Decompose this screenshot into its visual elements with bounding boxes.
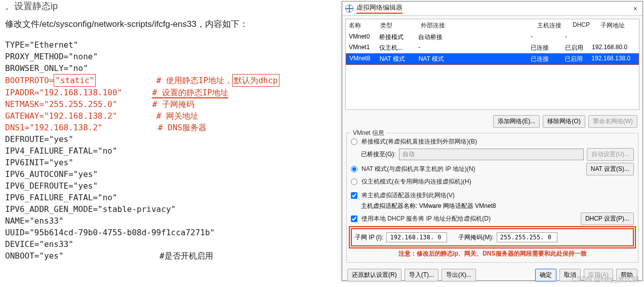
heading: 。设置静态ip	[5, 0, 334, 12]
radio-hostonly[interactable]: 仅主机模式(在专用网络内连接虚拟机)(H)	[351, 176, 634, 187]
network-buttons: 添加网络(E)... 移除网络(O) 重命名网络(W)	[342, 113, 642, 132]
code-line: IPV6_ADDR_GEN_MODE="stable-privacy"	[5, 203, 334, 215]
restore-defaults-button[interactable]: 还原默认设置(R)	[347, 269, 401, 281]
subnet-mask-input[interactable]	[497, 232, 557, 242]
table-row[interactable]: VMnet1 仅主机... - 已连接 已启用 192.168.80.0	[346, 43, 639, 53]
check-host-adapter[interactable]: 将主机虚拟适配器连接到此网络(V)	[351, 190, 634, 201]
bridge-to-select[interactable]: 自动	[399, 149, 584, 160]
code-line: IPV6INIT="yes"	[5, 157, 334, 168]
doc-pane: 。设置静态ip 修改文件/etc/sysconfig/network-scrip…	[5, 0, 334, 262]
col-sub: 子网地址	[600, 21, 639, 30]
subnet-highlight: 子网 IP (I): 子网掩码(M):	[351, 228, 634, 246]
nat-settings-button[interactable]: NAT 设置(S)...	[586, 163, 634, 175]
close-icon[interactable]: ×	[631, 4, 639, 14]
dhcp-settings-button[interactable]: DHCP 设置(P)...	[581, 212, 634, 225]
code-line: NETMASK="255.255.255.0" # 子网掩码	[5, 98, 334, 110]
config-code: TYPE="Ethernet" PROXY_METHOD="none" BROW…	[5, 39, 334, 262]
rename-network-button[interactable]: 重命名网络(W)	[588, 115, 637, 128]
vmnet-info-group: VMnet 信息 桥接模式(将虚拟机直接连接到外部网络)(B) 已桥接至(G):…	[346, 133, 638, 263]
dialog-title: 虚拟网络编辑器	[356, 3, 402, 14]
table-row[interactable]: VMnet0 桥接模式 自动桥接 - -	[346, 32, 639, 43]
titlebar: 虚拟网络编辑器 ×	[342, 2, 642, 16]
code-line: NAME="ens33"	[5, 215, 334, 227]
code-line: BOOTPROTO="static" # 使用静态IP地址，默认为dhcp	[5, 74, 334, 87]
col-ext: 外部连接	[421, 21, 537, 30]
watermark: CSDN @Hey_米氏胡	[572, 275, 639, 284]
virtual-network-editor-dialog: 虚拟网络编辑器 × 名称 类型 外部连接 主机连接 DHCP 子网地址 VMne…	[342, 1, 643, 281]
code-line: GATEWAY="192.168.138.2" # 网关地址	[5, 110, 334, 122]
check-dhcp[interactable]: 使用本地 DHCP 服务将 IP 地址分配给虚拟机(D) DHCP 设置(P).…	[351, 211, 634, 226]
table-row-selected[interactable]: VMnet8 NAT 模式 NAT 模式 已连接 已启用 192.168.138…	[346, 53, 639, 65]
code-line: ONBOOT="yes" #是否开机启用	[5, 250, 334, 262]
note-text: 注意：修改后的静态ip、网关、DNS服务器的网段需要和此处保持一致	[351, 248, 634, 259]
host-adapter-name: 主机虚拟适配器名称: VMware 网络适配器 VMnet8	[361, 202, 496, 210]
radio-nat[interactable]: NAT 模式(与虚拟机共享主机的 IP 地址)(N) NAT 设置(S)...	[351, 162, 634, 176]
code-line: DEVICE="ens33"	[5, 238, 334, 250]
auto-settings-button[interactable]: 自动设置(U)...	[587, 148, 634, 161]
code-line: IPADDR="192.168.138.100" # 设置的静态IP地址	[5, 87, 334, 98]
ok-button[interactable]: 确定	[535, 269, 556, 281]
add-network-button[interactable]: 添加网络(E)...	[493, 115, 540, 128]
col-type: 类型	[380, 21, 421, 30]
col-host: 主机连接	[537, 21, 573, 30]
col-name: 名称	[349, 21, 380, 30]
import-button[interactable]: 导入(T)...	[405, 269, 438, 281]
radio-bridge[interactable]: 桥接模式(将虚拟机直接连接到外部网络)(B)	[351, 136, 634, 147]
code-line: PROXY_METHOD="none"	[5, 51, 334, 62]
code-line: IPV6_AUTOCONF="yes"	[5, 168, 334, 180]
check-dhcp-input[interactable]	[351, 216, 357, 222]
intro-text: 修改文件/etc/sysconfig/network-scripts/ifcfg…	[5, 18, 334, 30]
code-line: UUID="95b614cd-79b0-4755-b08d-99f1cca727…	[5, 227, 334, 238]
subnet-mask-label: 子网掩码(M):	[458, 233, 493, 242]
radio-nat-input[interactable]	[351, 166, 357, 172]
group-title: VMnet 信息	[351, 129, 386, 137]
export-button[interactable]: 导出(X)...	[441, 269, 476, 281]
network-table: 名称 类型 外部连接 主机连接 DHCP 子网地址 VMnet0 桥接模式 自动…	[345, 19, 639, 110]
code-line: DEFROUTE="yes"	[5, 133, 334, 145]
code-line: IPV6_FAILURE_FATAL="no"	[5, 192, 334, 203]
subnet-ip-label: 子网 IP (I):	[355, 233, 383, 242]
radio-bridge-input[interactable]	[351, 138, 357, 145]
globe-icon	[345, 5, 353, 13]
bridge-to-label: 已桥接至(G):	[361, 150, 396, 159]
code-line: IPV6_DEFROUTE="yes"	[5, 180, 334, 192]
code-line: TYPE="Ethernet"	[5, 39, 334, 51]
subnet-ip-input[interactable]	[386, 232, 447, 242]
table-header: 名称 类型 外部连接 主机连接 DHCP 子网地址	[346, 19, 639, 32]
code-line: BROWSER_ONLY="no"	[5, 62, 334, 74]
code-line: IPV4_FAILURE_FATAL="no"	[5, 145, 334, 157]
check-host-adapter-input[interactable]	[351, 192, 357, 199]
code-line: DNS1="192.168.138.2" # DNS服务器	[5, 122, 334, 133]
remove-network-button[interactable]: 移除网络(O)	[543, 115, 585, 128]
radio-hostonly-input[interactable]	[351, 178, 357, 185]
col-dhcp: DHCP	[573, 21, 600, 30]
